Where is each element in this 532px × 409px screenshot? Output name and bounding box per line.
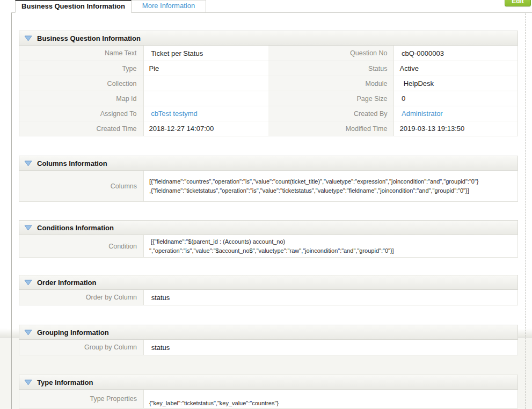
table-row: Assigned To cbTest testymdCreated By Adm… (19, 106, 518, 121)
section-title: Order Information (37, 279, 97, 287)
field-label-page-size: Page Size (268, 91, 394, 106)
tab-business-question-information[interactable]: Business Question Information (15, 0, 132, 13)
field-value-group-by-column: status (144, 340, 269, 355)
field-value-created-time: 2018-12-27 14:07:00 (144, 121, 269, 136)
section-columns-information: Columns InformationColumns[{"fieldname":… (19, 156, 518, 202)
field-value-type: Pie (144, 61, 269, 76)
field-label-collection: Collection (19, 76, 144, 91)
collapse-triangle-icon[interactable] (24, 379, 32, 385)
table-row: Map IdPage Size 0 (19, 91, 518, 106)
section-title: Conditions Information (37, 224, 114, 232)
collapse-triangle-icon[interactable] (24, 330, 32, 335)
field-label-modified-time: Modified Time (268, 121, 394, 136)
assigned-to-link[interactable]: cbTest testymd (149, 109, 198, 118)
field-label-name-text: Name Text (19, 46, 144, 61)
section-rows: Order by Column status (19, 290, 518, 305)
field-value-collection (144, 76, 269, 91)
section-rows: Type Properties {"key_label":"ticketstat… (19, 390, 518, 408)
field-value-type-properties: {"key_label":"ticketstatus","key_value":… (144, 390, 269, 408)
section-header: Type Information (19, 375, 518, 390)
field-value-status: Active (394, 61, 518, 76)
section-order-information: Order InformationOrder by Column status (19, 275, 518, 305)
field-label-module: Module (268, 76, 394, 91)
section-title: Grouping Information (37, 328, 109, 337)
table-row: Condition [{"fieldname":"$(parent_id : (… (19, 235, 518, 257)
field-label-columns: Columns (19, 171, 144, 201)
table-row: Type Properties {"key_label":"ticketstat… (19, 390, 518, 408)
created-by-link[interactable]: Administrator (399, 109, 442, 118)
field-label-question-no: Question No (268, 46, 394, 61)
resize-dashed-divider[interactable] (525, 13, 526, 409)
field-label-condition: Condition (19, 235, 144, 257)
table-row: Created Time2018-12-27 14:07:00Modified … (19, 121, 518, 136)
table-row: CollectionModule HelpDesk (19, 76, 518, 91)
section-title: Type Information (37, 378, 93, 386)
field-label-type: Type (19, 61, 144, 76)
section-title: Business Question Information (37, 34, 141, 42)
field-value-module: HelpDesk (394, 76, 518, 91)
collapse-triangle-icon[interactable] (24, 160, 32, 166)
content: Business Question InformationName Text T… (19, 31, 518, 408)
field-value-page-size: 0 (394, 91, 518, 106)
section-rows: Columns[{"fieldname":"countres","operati… (19, 171, 518, 202)
field-label-created-time: Created Time (19, 121, 144, 136)
field-value-assigned-to: cbTest testymd (144, 106, 269, 121)
table-row: Name Text Ticket per StatusQuestion No c… (19, 46, 518, 61)
section-header: Grouping Information (19, 325, 518, 340)
collapse-triangle-icon[interactable] (24, 280, 32, 286)
section-header: Columns Information (19, 156, 518, 171)
table-row: TypePieStatusActive (19, 61, 518, 76)
table-row: Group by Column status (19, 340, 518, 355)
field-value-name-text: Ticket per Status (144, 46, 269, 61)
section-rows: Group by Column status (19, 340, 518, 355)
table-row: Order by Column status (19, 290, 518, 305)
edit-button[interactable]: Edit (505, 0, 531, 6)
tab-bar: Business Question Information More Infor… (11, 0, 532, 13)
section-header: Conditions Information (19, 220, 518, 235)
field-value-question-no: cbQ-0000003 (394, 46, 518, 61)
field-value-columns: [{"fieldname":"countres","operation":"is… (144, 171, 269, 201)
section-rows: Name Text Ticket per StatusQuestion No c… (19, 46, 518, 136)
field-label-status: Status (268, 61, 394, 76)
field-label-type-properties: Type Properties (19, 390, 144, 408)
section-header: Order Information (19, 275, 518, 290)
field-value-modified-time: 2019-03-13 19:13:50 (394, 121, 518, 136)
collapse-triangle-icon[interactable] (24, 225, 32, 231)
section-rows: Condition [{"fieldname":"$(parent_id : (… (19, 235, 518, 258)
section-type-information: Type InformationType Properties {"key_la… (19, 375, 518, 408)
field-value-order-by-column: status (144, 290, 269, 305)
collapse-triangle-icon[interactable] (24, 35, 32, 41)
field-label-created-by: Created By (268, 106, 394, 121)
field-label-assigned-to: Assigned To (19, 106, 144, 121)
container-left-border (11, 0, 12, 409)
field-label-group-by-column: Group by Column (19, 340, 144, 355)
tab-more-information[interactable]: More Information (132, 0, 206, 13)
section-title: Columns Information (37, 159, 107, 167)
table-row: Columns[{"fieldname":"countres","operati… (19, 171, 518, 201)
field-label-order-by-column: Order by Column (19, 290, 144, 305)
section-grouping-information: Grouping InformationGroup by Column stat… (19, 325, 518, 355)
field-value-created-by: Administrator (394, 106, 518, 121)
section-header: Business Question Information (19, 31, 518, 46)
section-conditions-information: Conditions InformationCondition [{"field… (19, 220, 518, 258)
field-label-map-id: Map Id (19, 91, 144, 106)
field-value-condition: [{"fieldname":"$(parent_id : (Accounts) … (144, 235, 269, 257)
field-value-map-id (144, 91, 269, 106)
section-business-question-information: Business Question InformationName Text T… (19, 31, 518, 136)
